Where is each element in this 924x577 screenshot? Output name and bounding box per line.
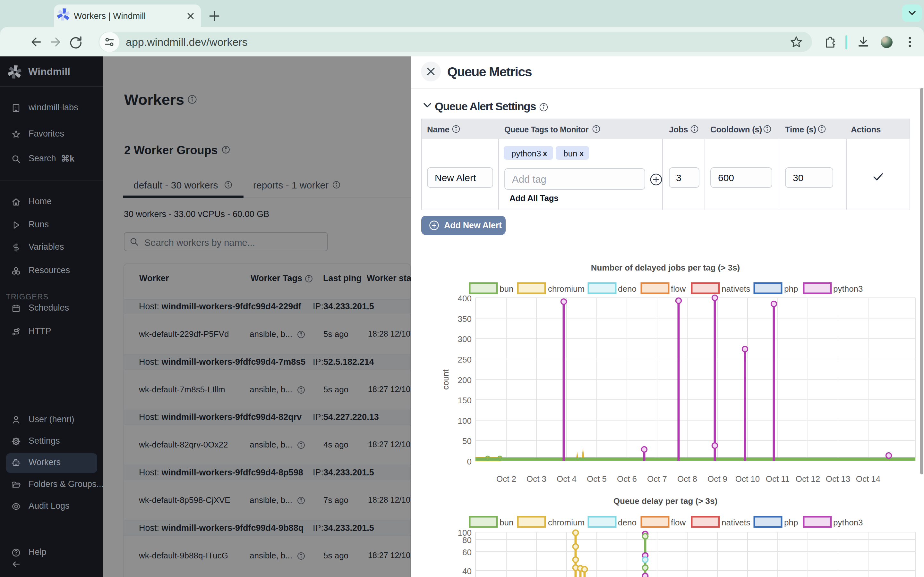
svg-text:bun: bun [499,518,513,527]
svg-text:Oct 4: Oct 4 [557,474,577,484]
svg-text:flow: flow [671,518,686,527]
svg-text:100: 100 [458,416,472,426]
svg-text:python3: python3 [833,284,863,293]
svg-text:350: 350 [458,314,472,324]
svg-text:Oct 2: Oct 2 [496,474,516,484]
svg-text:Number of delayed jobs per tag: Number of delayed jobs per tag (> 3s) [591,263,740,272]
svg-text:chromium: chromium [548,518,585,527]
svg-text:300: 300 [458,334,472,344]
svg-text:Oct 3: Oct 3 [527,474,546,484]
svg-text:Oct 13: Oct 13 [826,474,851,484]
svg-text:chromium: chromium [548,284,585,293]
svg-text:0: 0 [467,457,472,466]
svg-text:Oct 7: Oct 7 [647,474,667,484]
svg-text:Oct 8: Oct 8 [677,474,697,484]
svg-text:bun: bun [499,284,513,293]
svg-text:40: 40 [462,566,472,576]
svg-text:python3: python3 [833,518,863,527]
svg-text:nativets: nativets [722,284,750,293]
svg-text:50: 50 [462,436,472,446]
svg-text:count: count [441,369,451,390]
svg-text:Oct 10: Oct 10 [735,474,760,484]
svg-text:80: 80 [462,535,472,545]
svg-text:Queue delay per tag (> 3s): Queue delay per tag (> 3s) [614,496,717,506]
svg-text:Oct 9: Oct 9 [708,474,727,484]
svg-text:Oct 12: Oct 12 [796,474,821,484]
svg-text:200: 200 [458,376,472,385]
svg-text:flow: flow [671,284,686,293]
svg-text:nativets: nativets [722,518,750,527]
svg-text:60: 60 [462,548,472,557]
svg-text:250: 250 [458,355,472,364]
svg-text:deno: deno [618,284,636,293]
svg-text:Oct 14: Oct 14 [856,474,881,484]
svg-text:Oct 5: Oct 5 [587,474,607,484]
svg-text:deno: deno [618,518,636,527]
svg-text:Oct 6: Oct 6 [617,474,637,484]
svg-text:400: 400 [458,293,472,303]
svg-text:150: 150 [458,396,472,405]
svg-text:php: php [784,284,798,293]
svg-text:php: php [784,518,798,527]
svg-text:Oct 11: Oct 11 [766,474,790,484]
